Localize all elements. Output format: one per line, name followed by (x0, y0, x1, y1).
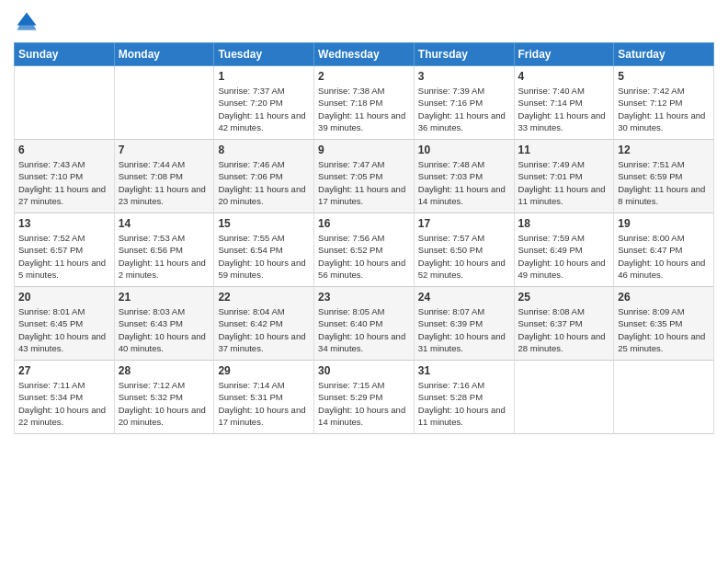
calendar-cell: 20Sunrise: 8:01 AM Sunset: 6:45 PM Dayli… (15, 287, 115, 361)
calendar-cell: 5Sunrise: 7:42 AM Sunset: 7:12 PM Daylig… (614, 66, 714, 140)
cell-content: Sunrise: 8:00 AM Sunset: 6:47 PM Dayligh… (618, 232, 710, 281)
logo (14, 9, 43, 35)
cell-content: Sunrise: 7:40 AM Sunset: 7:14 PM Dayligh… (518, 85, 610, 133)
cell-content: Sunrise: 8:09 AM Sunset: 6:35 PM Dayligh… (618, 305, 710, 354)
calendar-cell: 4Sunrise: 7:40 AM Sunset: 7:14 PM Daylig… (514, 66, 614, 140)
cell-content: Sunrise: 7:47 AM Sunset: 7:05 PM Dayligh… (318, 158, 410, 207)
cell-content: Sunrise: 8:08 AM Sunset: 6:37 PM Dayligh… (518, 305, 610, 354)
calendar-cell: 9Sunrise: 7:47 AM Sunset: 7:05 PM Daylig… (314, 140, 415, 213)
day-header-wednesday: Wednesday (314, 43, 415, 66)
calendar-header-row: SundayMondayTuesdayWednesdayThursdayFrid… (15, 43, 714, 66)
cell-content: Sunrise: 7:14 AM Sunset: 5:31 PM Dayligh… (218, 379, 310, 428)
day-header-monday: Monday (114, 43, 214, 66)
calendar-cell: 16Sunrise: 7:56 AM Sunset: 6:52 PM Dayli… (314, 213, 415, 287)
cell-content: Sunrise: 7:56 AM Sunset: 6:52 PM Dayligh… (318, 232, 410, 281)
calendar-cell: 23Sunrise: 8:05 AM Sunset: 6:40 PM Dayli… (314, 287, 415, 361)
day-number: 8 (218, 144, 310, 156)
calendar-table: SundayMondayTuesdayWednesdayThursdayFrid… (14, 42, 714, 434)
day-header-thursday: Thursday (414, 43, 514, 66)
calendar-cell (15, 66, 115, 140)
day-number: 1 (218, 70, 310, 83)
calendar-cell: 13Sunrise: 7:52 AM Sunset: 6:57 PM Dayli… (15, 213, 115, 287)
day-number: 14 (119, 217, 210, 230)
day-number: 11 (518, 144, 610, 156)
calendar-cell: 24Sunrise: 8:07 AM Sunset: 6:39 PM Dayli… (414, 287, 514, 361)
calendar-cell: 25Sunrise: 8:08 AM Sunset: 6:37 PM Dayli… (514, 287, 614, 361)
day-number: 15 (218, 217, 310, 230)
calendar-cell: 17Sunrise: 7:57 AM Sunset: 6:50 PM Dayli… (414, 213, 514, 287)
calendar-week-row: 13Sunrise: 7:52 AM Sunset: 6:57 PM Dayli… (15, 213, 714, 287)
cell-content: Sunrise: 7:38 AM Sunset: 7:18 PM Dayligh… (318, 85, 410, 133)
day-number: 5 (618, 70, 710, 83)
calendar-cell: 7Sunrise: 7:44 AM Sunset: 7:08 PM Daylig… (114, 140, 214, 213)
calendar-cell (614, 361, 714, 434)
header (14, 9, 714, 35)
cell-content: Sunrise: 7:48 AM Sunset: 7:03 PM Dayligh… (418, 158, 510, 207)
day-number: 12 (618, 144, 710, 156)
day-number: 18 (518, 217, 610, 230)
day-header-tuesday: Tuesday (214, 43, 314, 66)
calendar-cell: 15Sunrise: 7:55 AM Sunset: 6:54 PM Dayli… (214, 213, 314, 287)
day-number: 20 (18, 291, 110, 304)
cell-content: Sunrise: 7:39 AM Sunset: 7:16 PM Dayligh… (418, 85, 510, 133)
logo-icon (14, 9, 40, 35)
day-number: 10 (418, 144, 510, 156)
cell-content: Sunrise: 8:04 AM Sunset: 6:42 PM Dayligh… (218, 305, 310, 354)
day-number: 29 (218, 364, 310, 377)
cell-content: Sunrise: 7:52 AM Sunset: 6:57 PM Dayligh… (18, 232, 110, 281)
day-number: 9 (318, 144, 410, 156)
calendar-cell: 22Sunrise: 8:04 AM Sunset: 6:42 PM Dayli… (214, 287, 314, 361)
day-number: 22 (218, 291, 310, 304)
day-header-sunday: Sunday (15, 43, 115, 66)
cell-content: Sunrise: 7:12 AM Sunset: 5:32 PM Dayligh… (119, 379, 210, 428)
cell-content: Sunrise: 7:51 AM Sunset: 6:59 PM Dayligh… (618, 158, 710, 207)
calendar-cell: 3Sunrise: 7:39 AM Sunset: 7:16 PM Daylig… (414, 66, 514, 140)
calendar-cell: 30Sunrise: 7:15 AM Sunset: 5:29 PM Dayli… (314, 361, 415, 434)
day-number: 31 (418, 364, 510, 377)
cell-content: Sunrise: 7:43 AM Sunset: 7:10 PM Dayligh… (18, 158, 110, 207)
day-number: 3 (418, 70, 510, 83)
cell-content: Sunrise: 7:57 AM Sunset: 6:50 PM Dayligh… (418, 232, 510, 281)
cell-content: Sunrise: 8:01 AM Sunset: 6:45 PM Dayligh… (18, 305, 110, 354)
calendar-cell: 29Sunrise: 7:14 AM Sunset: 5:31 PM Dayli… (214, 361, 314, 434)
calendar-cell: 19Sunrise: 8:00 AM Sunset: 6:47 PM Dayli… (614, 213, 714, 287)
day-number: 16 (318, 217, 410, 230)
calendar-cell: 12Sunrise: 7:51 AM Sunset: 6:59 PM Dayli… (614, 140, 714, 213)
calendar-cell: 2Sunrise: 7:38 AM Sunset: 7:18 PM Daylig… (314, 66, 415, 140)
calendar-cell: 27Sunrise: 7:11 AM Sunset: 5:34 PM Dayli… (15, 361, 115, 434)
day-number: 27 (18, 364, 110, 377)
day-number: 21 (119, 291, 210, 304)
calendar-week-row: 27Sunrise: 7:11 AM Sunset: 5:34 PM Dayli… (15, 361, 714, 434)
day-header-friday: Friday (514, 43, 614, 66)
day-number: 24 (418, 291, 510, 304)
calendar-week-row: 1Sunrise: 7:37 AM Sunset: 7:20 PM Daylig… (15, 66, 714, 140)
calendar-cell: 14Sunrise: 7:53 AM Sunset: 6:56 PM Dayli… (114, 213, 214, 287)
day-number: 23 (318, 291, 410, 304)
calendar-cell: 1Sunrise: 7:37 AM Sunset: 7:20 PM Daylig… (214, 66, 314, 140)
day-number: 25 (518, 291, 610, 304)
cell-content: Sunrise: 8:07 AM Sunset: 6:39 PM Dayligh… (418, 305, 510, 354)
cell-content: Sunrise: 7:37 AM Sunset: 7:20 PM Dayligh… (218, 85, 310, 133)
cell-content: Sunrise: 7:53 AM Sunset: 6:56 PM Dayligh… (119, 232, 210, 281)
page: SundayMondayTuesdayWednesdayThursdayFrid… (0, 0, 728, 563)
day-number: 6 (18, 144, 110, 156)
calendar-cell: 11Sunrise: 7:49 AM Sunset: 7:01 PM Dayli… (514, 140, 614, 213)
calendar-cell: 6Sunrise: 7:43 AM Sunset: 7:10 PM Daylig… (15, 140, 115, 213)
calendar-cell (114, 66, 214, 140)
day-number: 4 (518, 70, 610, 83)
calendar-week-row: 20Sunrise: 8:01 AM Sunset: 6:45 PM Dayli… (15, 287, 714, 361)
cell-content: Sunrise: 7:55 AM Sunset: 6:54 PM Dayligh… (218, 232, 310, 281)
day-number: 30 (318, 364, 410, 377)
calendar-cell: 31Sunrise: 7:16 AM Sunset: 5:28 PM Dayli… (414, 361, 514, 434)
calendar-cell: 28Sunrise: 7:12 AM Sunset: 5:32 PM Dayli… (114, 361, 214, 434)
day-number: 2 (318, 70, 410, 83)
day-number: 26 (618, 291, 710, 304)
day-number: 17 (418, 217, 510, 230)
cell-content: Sunrise: 7:11 AM Sunset: 5:34 PM Dayligh… (18, 379, 110, 428)
cell-content: Sunrise: 8:05 AM Sunset: 6:40 PM Dayligh… (318, 305, 410, 354)
cell-content: Sunrise: 7:49 AM Sunset: 7:01 PM Dayligh… (518, 158, 610, 207)
day-number: 19 (618, 217, 710, 230)
calendar-cell: 21Sunrise: 8:03 AM Sunset: 6:43 PM Dayli… (114, 287, 214, 361)
cell-content: Sunrise: 7:46 AM Sunset: 7:06 PM Dayligh… (218, 158, 310, 207)
calendar-cell: 8Sunrise: 7:46 AM Sunset: 7:06 PM Daylig… (214, 140, 314, 213)
